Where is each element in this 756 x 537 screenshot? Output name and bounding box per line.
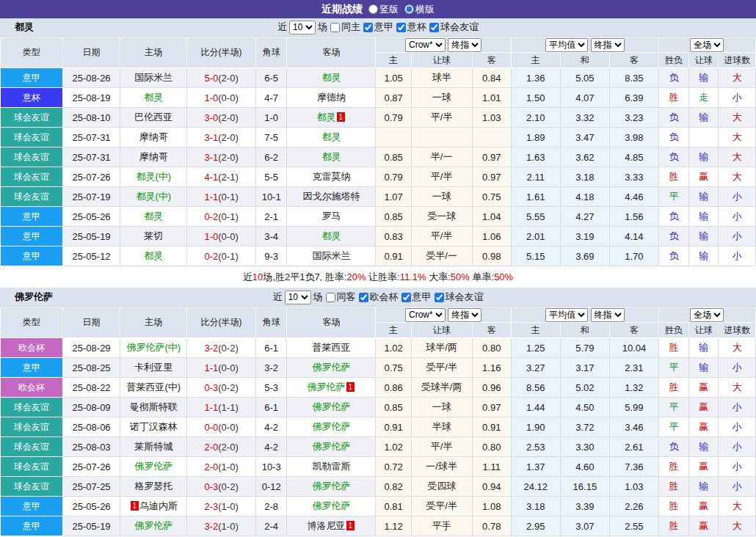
fulltime-score: 0-2 — [204, 251, 218, 262]
home-team-cell: 佛罗伦萨 — [120, 516, 187, 536]
column-header-0: 类型 — [1, 307, 63, 338]
handicap-away-odds: 0.78 — [472, 516, 511, 536]
team-name: 佛罗伦萨(中) — [126, 342, 181, 353]
league-option-2[interactable]: 球会友谊 — [434, 291, 484, 304]
result-handicap: 输 — [689, 358, 719, 378]
average-select[interactable]: 平均值 — [545, 308, 588, 322]
result-handicap: 输 — [689, 207, 719, 227]
date-cell: 25-05-26 — [62, 207, 120, 227]
away-team-cell: 佛罗伦萨 — [287, 497, 376, 516]
same-venue-option[interactable]: 同主 — [330, 21, 360, 34]
handicap-away-odds: 0.80 — [472, 437, 511, 457]
handicap-home-odds: 1.07 — [376, 187, 411, 207]
filter-controls: 近10场同客欧会杯意甲球会友谊 — [273, 291, 484, 304]
avg-away-odds: 2.61 — [610, 437, 659, 457]
team-name: 摩纳哥 — [139, 131, 168, 142]
layout-option-vertical[interactable]: 竖版 — [368, 3, 399, 16]
result-handicap: 赢 — [689, 378, 719, 398]
sub-header-8: 进球数 — [719, 53, 756, 68]
score-cell: 1-0(0-0) — [187, 88, 256, 108]
halftime-score: (0-0) — [218, 231, 238, 242]
final-index-select[interactable]: 终指 — [448, 308, 481, 322]
avg-draw-odds: 3.30 — [560, 437, 610, 457]
type-badge: 球会友谊 — [1, 417, 63, 437]
team-name: 都灵 — [321, 131, 341, 142]
home-team-cell: 诺丁汉森林 — [120, 417, 187, 437]
layout-option-horizontal[interactable]: 横版 — [404, 3, 435, 16]
handicap-away-odds: 1.11 — [472, 457, 511, 477]
result-goals: 小 — [719, 187, 756, 207]
league-option-0[interactable]: 意甲 — [363, 21, 393, 34]
home-team-cell: 巴伦西亚 — [120, 108, 187, 128]
same-venue-checkbox[interactable] — [326, 293, 335, 302]
handicap-odds-group-header: Crow* 终指 — [376, 307, 512, 323]
fulltime-score: 0-0 — [204, 422, 218, 433]
same-venue-option[interactable]: 同客 — [325, 291, 356, 304]
date-cell: 25-07-25 — [62, 477, 120, 497]
scope-select[interactable]: 全场 — [690, 38, 724, 52]
layout-radio-horizontal[interactable] — [404, 4, 414, 14]
halftime-score: (0-1) — [218, 211, 238, 222]
team-name: 莱斯特城 — [134, 441, 172, 452]
table-row: 球会友谊25-07-31摩纳哥3-1(2-0)6-2都灵0.85半/一0.971… — [1, 147, 756, 167]
table-row: 意甲25-08-26国际米兰5-0(2-0)6-5都灵1.05球半0.841.3… — [1, 68, 756, 88]
avg-draw-odds: 3.19 — [560, 227, 610, 246]
average-select[interactable]: 平均值 — [545, 38, 588, 52]
same-venue-checkbox[interactable] — [330, 23, 340, 32]
league-checkbox-0[interactable] — [363, 23, 373, 32]
odds-source-select[interactable]: Crow* — [405, 308, 446, 322]
result-goals: 小 — [719, 437, 756, 457]
table-row: 意甲25-05-19莱切1-0(0-0)3-4都灵0.83平/半1.062.01… — [1, 227, 756, 246]
halftime-score: (2-0) — [218, 442, 238, 453]
column-header-1: 日期 — [62, 307, 120, 338]
corner-cell: 6-5 — [256, 68, 287, 88]
league-checkbox-1[interactable] — [401, 293, 411, 302]
avg-away-odds: 1.03 — [610, 477, 659, 497]
league-checkbox-0[interactable] — [359, 293, 368, 302]
date-cell: 25-08-10 — [62, 108, 120, 128]
league-checkbox-1[interactable] — [396, 23, 406, 32]
title-bar: 近期战绩 竖版 横版 — [0, 0, 756, 18]
layout-radio-vertical[interactable] — [368, 4, 378, 14]
table-row: 球会友谊25-08-06诺丁汉森林0-0(0-0)4-2佛罗伦萨0.91半球0.… — [1, 417, 756, 437]
league-label-0: 意甲 — [374, 21, 393, 34]
result-handicap: 赢 — [689, 457, 719, 477]
avg-draw-odds: 3.69 — [560, 246, 610, 266]
result-winloss: 平 — [658, 187, 688, 207]
match-count-select[interactable]: 10 — [289, 21, 316, 34]
final-index-select-2[interactable]: 终指 — [591, 308, 625, 322]
result-winloss: 胜 — [658, 497, 688, 516]
corner-cell: 0-12 — [256, 477, 287, 497]
away-team-cell: 佛罗伦萨1 — [287, 378, 376, 398]
result-goals: 小 — [719, 477, 756, 497]
handicap-line: 一球 — [411, 398, 472, 417]
league-checkbox-2[interactable] — [429, 23, 439, 32]
home-team-cell: 佛罗伦萨 — [120, 457, 187, 477]
type-badge: 球会友谊 — [1, 477, 63, 497]
league-option-1[interactable]: 意杯 — [396, 21, 426, 34]
halftime-score: (0-2) — [218, 343, 238, 354]
league-option-0[interactable]: 欧会杯 — [358, 291, 399, 304]
result-winloss: 负 — [658, 227, 688, 246]
layout-horizontal-label: 横版 — [415, 3, 435, 16]
match-count-select[interactable]: 10 — [285, 291, 311, 304]
date-cell: 25-08-09 — [62, 398, 120, 417]
score-cell: 0-0(0-0) — [187, 417, 256, 437]
away-team-cell: 普莱西亚 — [287, 338, 376, 358]
type-badge: 球会友谊 — [1, 398, 63, 417]
scope-select[interactable]: 全场 — [690, 308, 724, 322]
league-checkbox-2[interactable] — [435, 293, 444, 302]
result-goals: 小 — [719, 457, 756, 477]
final-index-select-2[interactable]: 终指 — [591, 38, 625, 52]
corner-cell: 4-2 — [256, 437, 287, 457]
result-winloss: 平 — [658, 358, 688, 378]
same-venue-label: 同客 — [337, 291, 356, 304]
odds-source-select[interactable]: Crow* — [405, 38, 446, 52]
league-option-1[interactable]: 意甲 — [401, 291, 432, 304]
league-label-2: 球会友谊 — [440, 21, 479, 34]
league-option-2[interactable]: 球会友谊 — [429, 21, 479, 34]
handicap-line: 半/一 — [411, 147, 472, 167]
sub-header-2: 客 — [472, 53, 511, 68]
result-group-header: 全场 — [658, 307, 755, 323]
final-index-select[interactable]: 终指 — [448, 38, 481, 52]
